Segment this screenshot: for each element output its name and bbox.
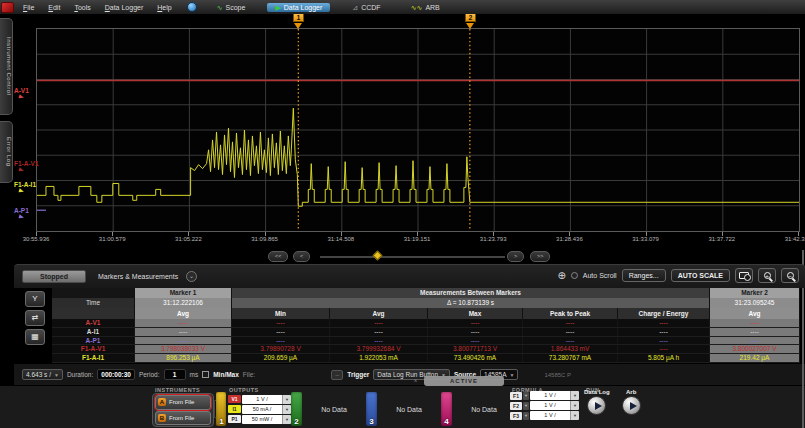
range-value: 50 mA / xyxy=(242,405,282,414)
formula-range-dropdown-f2[interactable]: 1 V /▼ xyxy=(530,401,579,410)
range-dropdown-p1[interactable]: 50 mW /▼ xyxy=(242,415,291,424)
table-row-a-i1: A-I1---------------------------- xyxy=(52,328,800,337)
active-tab[interactable]: ACTIVE xyxy=(424,376,504,386)
row-label: A-P1 xyxy=(52,337,135,345)
data-log-label: Data Log xyxy=(584,389,610,395)
scroll-fast-right-button[interactable]: >> xyxy=(530,251,550,262)
stopped-status-button[interactable]: Stopped xyxy=(22,270,86,283)
channel-color-bar: 1 xyxy=(216,392,226,426)
period-unit-label: ms xyxy=(190,371,199,378)
output-channel-2[interactable]: 2No Data xyxy=(291,392,366,426)
info-icon[interactable] xyxy=(187,2,197,12)
tab-label: CCDF xyxy=(361,4,380,11)
pan-tool-button[interactable]: ⇄ xyxy=(25,310,45,326)
range-dropdown-v1[interactable]: 1 V /▼ xyxy=(242,395,291,404)
menu-tools[interactable]: Tools xyxy=(67,4,97,11)
menu-edit[interactable]: Edit xyxy=(41,4,67,11)
table-cell: ---- xyxy=(710,337,800,345)
tab-scope[interactable]: ∿Scope xyxy=(209,3,254,12)
app-logo-icon xyxy=(1,2,14,13)
arb-play-button[interactable] xyxy=(622,396,641,415)
tab-data-logger[interactable]: ▶Data Logger xyxy=(267,3,330,12)
zoom-region-button[interactable] xyxy=(735,268,753,283)
marker-tool-button[interactable]: Y xyxy=(25,291,45,307)
x-axis-label: 30:55.936 xyxy=(23,236,50,242)
instrument-a-button[interactable]: AFrom File xyxy=(155,395,211,410)
auto-scroll-toggle[interactable] xyxy=(571,272,578,279)
chart-plot-area[interactable] xyxy=(36,28,800,232)
ranges-button[interactable]: Ranges... xyxy=(622,269,666,282)
scroll-thumb[interactable] xyxy=(373,251,383,261)
dock-close-button[interactable]: x xyxy=(414,377,417,383)
range-value: 1 V / xyxy=(530,401,570,410)
instrument-letter-badge: A xyxy=(158,398,166,406)
time-per-div-dropdown[interactable]: 4.643 s /▼ xyxy=(22,369,63,380)
table-cell: ---- xyxy=(710,319,800,327)
panel-collapse-icon[interactable]: ⌄ xyxy=(186,271,197,282)
chevron-down-icon: ▼ xyxy=(509,372,514,378)
formula-range-dropdown-f3[interactable]: 1 V /▼ xyxy=(530,411,579,420)
period-value[interactable]: 1 xyxy=(164,369,186,380)
x-axis-tick xyxy=(493,232,494,236)
scroll-left-button[interactable]: < xyxy=(293,251,310,262)
markers-measurements-label: Markers & Measurements xyxy=(98,273,178,280)
scroll-right-button[interactable]: > xyxy=(507,251,524,262)
scroll-fast-left-button[interactable]: << xyxy=(268,251,288,262)
output-channel-4[interactable]: 4No Data xyxy=(441,392,516,426)
trace-label-text: A-V1 xyxy=(14,87,29,94)
run-panel: Data LogArb xyxy=(584,389,641,415)
mode-tabs: ∿Scope▶Data Logger⊿CCDF∿∿ARB xyxy=(209,3,448,12)
range-value: 1 V / xyxy=(530,411,570,420)
x-axis-label: 31:05.222 xyxy=(175,236,202,242)
grid-tool-button[interactable]: ▦ xyxy=(25,329,45,345)
tab-ccdf[interactable]: ⊿CCDF xyxy=(344,3,388,12)
menu-data-logger[interactable]: Data Logger xyxy=(98,4,151,11)
trace-label-text: F1-A-V1 xyxy=(14,160,39,167)
acquisition-bar: 4.643 s /▼ Duration: 000:00:30 Period: 1… xyxy=(14,364,805,385)
table-cell: 3.798038033 V xyxy=(135,345,232,353)
table-cell: ---- xyxy=(135,328,232,336)
outputs-panel: 1V11 V /▼I150 mA /▼P150 mW /▼2No Data3No… xyxy=(216,392,516,426)
menu-bar: FileEditToolsData LoggerHelp ∿Scope▶Data… xyxy=(0,0,805,14)
formula-tag-f1[interactable]: F1 xyxy=(510,392,522,400)
rail-tab-instrument-control[interactable]: Instrument Control xyxy=(0,18,13,115)
zoom-out-button[interactable]: − xyxy=(781,268,799,283)
output-channel-3[interactable]: 3No Data xyxy=(366,392,441,426)
trace-arrow-icon xyxy=(19,167,25,172)
table-cell: ---- xyxy=(710,328,800,336)
range-dropdown-i1[interactable]: 50 mA /▼ xyxy=(242,405,291,414)
instrument-b-button[interactable]: BFrom File xyxy=(155,411,211,426)
menu-help[interactable]: Help xyxy=(150,4,178,11)
trace-label-text: A-P1 xyxy=(14,207,29,214)
more-options-button[interactable]: ... xyxy=(331,370,343,380)
tab-arb[interactable]: ∿∿ARB xyxy=(403,3,448,12)
col-header-peaktopeak: Peak to Peak xyxy=(523,308,618,319)
x-axis-label: 31:23.793 xyxy=(480,236,507,242)
duration-value[interactable]: 000:00:30 xyxy=(97,369,135,380)
trace-arrow-icon xyxy=(19,188,25,193)
minmax-checkbox[interactable] xyxy=(202,371,209,378)
scroll-track[interactable] xyxy=(320,256,505,258)
measurements-table: Marker 1 Measurements Between Markers Ma… xyxy=(52,288,800,363)
table-cell: ---- xyxy=(523,328,618,336)
x-axis-label: 31:42.365 xyxy=(785,236,805,242)
menu-items: FileEditToolsData LoggerHelp xyxy=(16,4,179,11)
formula-range-dropdown-f1[interactable]: 1 V /▼ xyxy=(530,391,579,400)
table-cell: 73.490426 mA xyxy=(428,354,523,362)
crosshair-icon[interactable]: ⊕ xyxy=(557,270,565,281)
table-cell: ---- xyxy=(523,337,618,345)
table-cell: ---- xyxy=(618,345,710,353)
trace-label-f1-a-v1: F1-A-V1 xyxy=(14,160,39,172)
formula-tag-f2[interactable]: F2 xyxy=(510,402,522,410)
rail-tab-error-log[interactable]: Error Log xyxy=(0,121,13,183)
auto-scale-button[interactable]: AUTO SCALE xyxy=(671,269,730,282)
x-axis-tick xyxy=(569,232,570,236)
data-log-play-button[interactable] xyxy=(587,396,606,415)
formula-tag-f3[interactable]: F3 xyxy=(510,412,522,420)
output-channel-1[interactable]: 1V11 V /▼I150 mA /▼P150 mW /▼ xyxy=(216,392,291,426)
menu-file[interactable]: File xyxy=(16,4,41,11)
between-markers-header: Measurements Between Markers xyxy=(232,288,710,298)
zoom-in-button[interactable]: + xyxy=(758,268,776,283)
chevron-down-icon: ▼ xyxy=(54,372,59,378)
channel-color-bar: 4 xyxy=(441,392,452,426)
